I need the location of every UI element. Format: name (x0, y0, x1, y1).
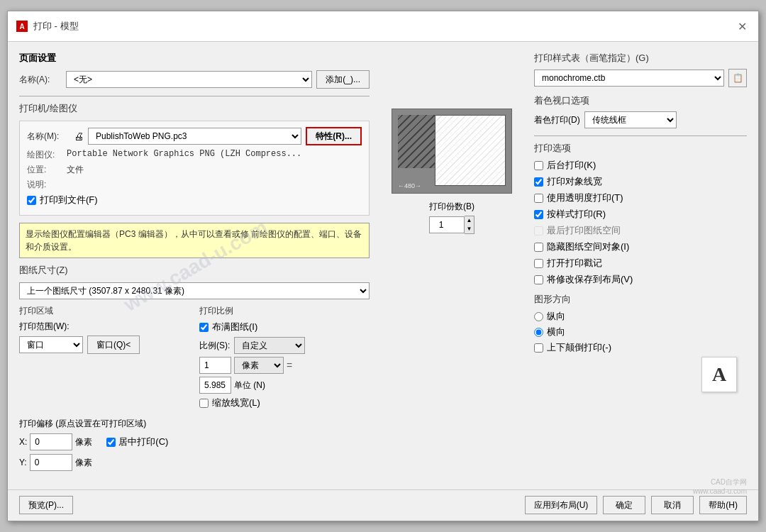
option-6-label[interactable]: 打开打印戳记 (547, 257, 602, 270)
equals-sign: = (287, 360, 292, 371)
landscape-radio[interactable] (534, 328, 543, 337)
titlebar-left: A 打印 - 模型 (16, 20, 79, 33)
option-2-checkbox[interactable] (534, 194, 543, 203)
printer-icon: 🖨 (74, 131, 84, 142)
option-0-checkbox[interactable] (534, 161, 543, 170)
center-print-row: 居中打印(C) (106, 436, 168, 448)
location-value: 文件 (67, 164, 84, 176)
option-7-label[interactable]: 将修改保存到布局(V) (547, 273, 633, 286)
option-0-label[interactable]: 后台打印(K) (547, 159, 596, 172)
shade-print-label: 着色打印(D) (534, 114, 580, 126)
option-3-label[interactable]: 按样式打印(R) (547, 208, 606, 221)
option-5-checkbox[interactable] (534, 243, 543, 252)
copies-increment-btn[interactable]: ▲ (465, 216, 474, 225)
scale-unit1-select[interactable]: 像素 (234, 357, 284, 374)
preview-paper-lines (435, 116, 505, 185)
option-1-label[interactable]: 打印对象线宽 (547, 175, 602, 188)
properties-button[interactable]: 特性(R)... (306, 127, 362, 145)
shade-print-row: 着色打印(D) 传统线框 (534, 111, 747, 128)
preview-dimension: ←480→ (398, 182, 421, 189)
x-label: X: (19, 437, 27, 447)
option-3-checkbox[interactable] (534, 210, 543, 219)
apply-layout-button[interactable]: 应用到布局(U) (525, 496, 598, 514)
print-range-label: 打印范围(W): (19, 321, 189, 333)
page-setup-section: 页面设置 名称(A): <无> 添加(_)... (19, 52, 370, 89)
dialog-body: 页面设置 名称(A): <无> 添加(_)... 打印机/绘图仪 名称(M): … (8, 42, 758, 487)
copies-input[interactable] (429, 216, 465, 233)
fit-paper-row: 布满图纸(I) (199, 321, 370, 333)
preview-button[interactable]: 预览(P)... (19, 496, 73, 514)
scale-value1-input[interactable] (199, 357, 231, 374)
page-setup-name-label: 名称(A): (19, 74, 62, 86)
scale-value2-input[interactable] (199, 377, 231, 394)
printer-name-label: 名称(M): (27, 131, 70, 143)
cad-logo-url: www.caad-u.com (693, 487, 747, 495)
paper-size-select[interactable]: 上一个图纸尺寸 (3507.87 x 2480.31 像素) (19, 282, 370, 299)
cancel-button[interactable]: 取消 (651, 496, 694, 514)
option-row-7: 将修改保存到布局(V) (534, 273, 747, 286)
ok-button[interactable]: 确定 (603, 496, 645, 514)
print-style-edit-button[interactable]: 📋 (728, 69, 747, 87)
print-to-file-checkbox[interactable] (27, 196, 36, 205)
option-6-checkbox[interactable] (534, 259, 543, 268)
center-print-label[interactable]: 居中打印(C) (118, 436, 168, 448)
flip-checkbox[interactable] (534, 343, 543, 353)
print-range-select[interactable]: 窗口 (19, 336, 83, 353)
window-button[interactable]: 窗口(Q)< (87, 336, 140, 354)
print-style-label: 打印样式表（画笔指定）(G) (534, 52, 747, 65)
scale-values-row: 像素 = (199, 357, 370, 374)
print-scale-section: 打印比例 布满图纸(I) 比例(S): 自定义 像素 (199, 305, 370, 412)
print-area-section: 打印区域 打印范围(W): 窗口 窗口(Q)< (19, 305, 189, 412)
option-5-label[interactable]: 隐藏图纸空间对象(I) (547, 240, 629, 253)
print-style-row: monochrome.ctb 📋 (534, 69, 747, 87)
print-style-select[interactable]: monochrome.ctb (534, 70, 724, 87)
option-2-label[interactable]: 使用透明度打印(T) (547, 192, 623, 204)
y-unit: 像素 (75, 457, 92, 469)
tooltip-text: 显示绘图仪配置编辑器（PC3 编辑器），从中可以查看或修 前绘图仪的配置、端口、… (26, 229, 362, 252)
edit-style-icon: 📋 (733, 73, 743, 83)
center-print-checkbox[interactable] (106, 438, 116, 447)
description-row: 说明: (27, 179, 362, 191)
scale-label: 比例(S): (199, 340, 230, 352)
portrait-radio[interactable] (534, 312, 543, 321)
add-setup-button[interactable]: 添加(_)... (316, 70, 370, 89)
paper-size-section: 图纸尺寸(Z) 上一个图纸尺寸 (3507.87 x 2480.31 像素) (19, 264, 370, 299)
option-row-6: 打开打印戳记 (534, 257, 747, 270)
shrink-linewidth-label[interactable]: 缩放线宽(L) (212, 397, 260, 409)
fit-paper-label[interactable]: 布满图纸(I) (212, 321, 257, 333)
printer-section: 打印机/绘图仪 名称(M): 🖨 PublishToWeb PNG.pc3 特性… (19, 102, 370, 216)
offset-x-input[interactable] (30, 433, 72, 450)
print-to-file-row: 打印到文件(F) (27, 194, 362, 206)
scale-row: 比例(S): 自定义 (199, 337, 370, 354)
dialog-title: 打印 - 模型 (33, 20, 79, 33)
offset-y-input[interactable] (30, 454, 72, 471)
portrait-label[interactable]: 纵向 (547, 310, 565, 323)
offset-y-row: Y: 像素 (19, 454, 370, 471)
option-4-checkbox[interactable] (534, 226, 543, 235)
flip-label[interactable]: 上下颠倒打印(-) (547, 341, 611, 354)
offset-row: X: 像素 居中打印(C) (19, 433, 370, 450)
close-button[interactable]: ✕ (735, 17, 750, 35)
y-coord-row: Y: 像素 (19, 454, 92, 471)
y-label: Y: (19, 458, 27, 467)
print-to-file-label[interactable]: 打印到文件(F) (40, 194, 98, 206)
offset-label: 打印偏移 (原点设置在可打印区域) (19, 418, 370, 430)
copies-decrement-btn[interactable]: ▼ (465, 225, 474, 233)
option-1-checkbox[interactable] (534, 177, 543, 187)
page-setup-name-select[interactable]: <无> (66, 71, 312, 88)
help-button[interactable]: 帮助(H) (699, 496, 747, 514)
print-options-label: 打印选项 (534, 142, 747, 155)
copies-spinner-btns: ▲ ▼ (465, 216, 475, 234)
scale-values-row2: 单位 (N) (199, 377, 370, 394)
fit-paper-checkbox[interactable] (199, 323, 209, 332)
titlebar: A 打印 - 模型 ✕ (8, 11, 758, 42)
printer-section-label: 打印机/绘图仪 (19, 102, 370, 115)
option-7-checkbox[interactable] (534, 275, 543, 284)
shrink-linewidth-checkbox[interactable] (199, 399, 209, 408)
shade-print-select[interactable]: 传统线框 (584, 111, 677, 128)
option-row-3: 按样式打印(R) (534, 208, 747, 221)
landscape-label[interactable]: 横向 (547, 326, 565, 338)
printer-name-select[interactable]: PublishToWeb PNG.pc3 (88, 128, 301, 145)
scale-select[interactable]: 自定义 (234, 337, 305, 354)
portrait-row: 纵向 (534, 310, 747, 323)
